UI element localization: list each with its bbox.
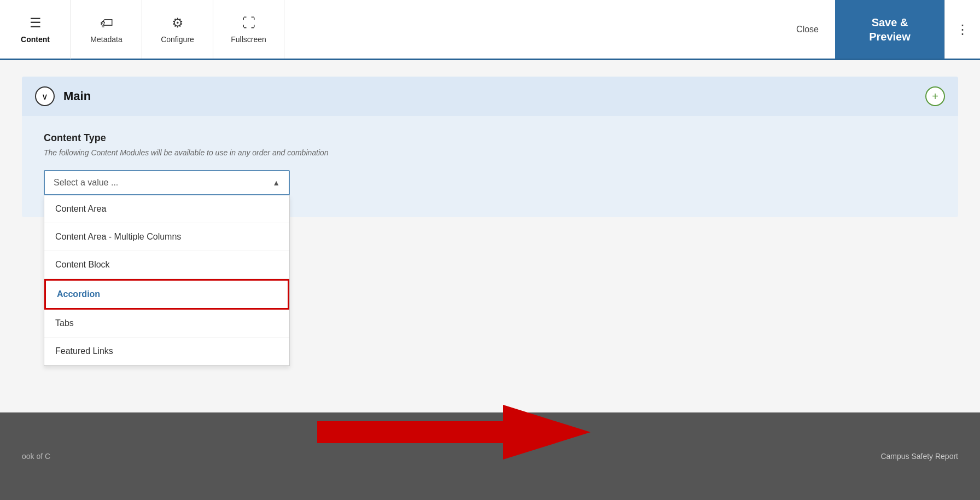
dropdown-option-featured-links[interactable]: Featured Links bbox=[44, 338, 289, 365]
dropdown-option-content-area[interactable]: Content Area bbox=[44, 195, 289, 223]
tab-configure[interactable]: ⚙ Configure bbox=[142, 0, 213, 59]
save-preview-button[interactable]: Save &Preview bbox=[835, 0, 944, 59]
section-body: Content Type The following Content Modul… bbox=[22, 116, 958, 217]
toolbar-spacer bbox=[284, 0, 780, 59]
content-type-dropdown[interactable]: Select a value ... ▲ Content Area Conten… bbox=[44, 170, 290, 195]
more-icon: ⋮ bbox=[956, 22, 969, 37]
dropdown-list: Content Area Content Area - Multiple Col… bbox=[44, 195, 290, 366]
section-header: ∨ Main + bbox=[22, 77, 958, 116]
dropdown-trigger[interactable]: Select a value ... ▲ bbox=[44, 170, 290, 195]
chevron-down-icon: ∨ bbox=[42, 91, 48, 102]
metadata-icon: 🏷 bbox=[100, 15, 113, 31]
content-type-label: Content Type bbox=[44, 132, 936, 144]
configure-tab-label: Configure bbox=[161, 35, 194, 44]
dropdown-option-content-area-multiple[interactable]: Content Area - Multiple Columns bbox=[44, 223, 289, 251]
section-toggle-button[interactable]: ∨ bbox=[35, 86, 55, 106]
fullscreen-icon: ⛶ bbox=[242, 15, 255, 31]
close-button[interactable]: Close bbox=[780, 0, 835, 59]
fullscreen-tab-label: Fullscreen bbox=[231, 35, 266, 44]
dropdown-placeholder: Select a value ... bbox=[54, 178, 118, 188]
main-section-card: ∨ Main + Content Type The following Cont… bbox=[22, 77, 958, 217]
arrow-annotation bbox=[317, 399, 591, 467]
dropdown-option-content-block[interactable]: Content Block bbox=[44, 251, 289, 279]
configure-icon: ⚙ bbox=[172, 15, 184, 31]
tab-metadata[interactable]: 🏷 Metadata bbox=[71, 0, 142, 59]
toolbar: ☰ Content 🏷 Metadata ⚙ Configure ⛶ Fulls… bbox=[0, 0, 980, 60]
section-add-button[interactable]: + bbox=[925, 86, 945, 106]
dropdown-arrow-icon: ▲ bbox=[272, 178, 280, 187]
dropdown-option-tabs[interactable]: Tabs bbox=[44, 310, 289, 338]
metadata-tab-label: Metadata bbox=[90, 35, 122, 44]
more-options-button[interactable]: ⋮ bbox=[944, 0, 980, 59]
content-tab-label: Content bbox=[21, 35, 50, 44]
section-title: Main bbox=[63, 89, 91, 103]
bottom-bar-right-text: Campus Safety Report bbox=[859, 452, 980, 461]
svg-marker-0 bbox=[317, 405, 591, 460]
tab-content[interactable]: ☰ Content bbox=[0, 0, 71, 60]
plus-icon: + bbox=[932, 90, 938, 103]
content-type-description: The following Content Modules will be av… bbox=[44, 148, 936, 157]
tab-fullscreen[interactable]: ⛶ Fullscreen bbox=[213, 0, 284, 59]
content-icon: ☰ bbox=[30, 15, 42, 31]
dropdown-option-accordion[interactable]: Accordion bbox=[44, 279, 289, 310]
